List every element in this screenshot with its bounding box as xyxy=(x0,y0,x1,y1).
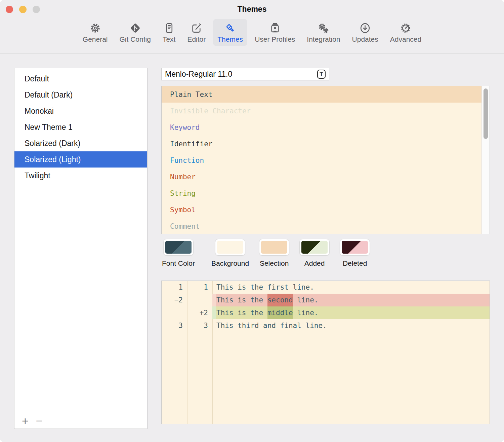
selection-well[interactable] xyxy=(259,239,289,256)
tab-updates[interactable]: Updates xyxy=(348,19,383,46)
deleted-well[interactable] xyxy=(340,239,370,256)
tab-label: General xyxy=(83,35,108,43)
tab-themes[interactable]: Themes xyxy=(213,19,247,46)
deleted-group: Deleted xyxy=(340,239,370,267)
added-well[interactable] xyxy=(299,239,330,256)
diff-row-context: 1 1 This is the first line. xyxy=(162,281,490,294)
theme-item-solarized-dark[interactable]: Solarized (Dark) xyxy=(14,135,147,151)
font-picker-button[interactable]: T xyxy=(317,70,326,79)
new-line-number: 3 xyxy=(187,319,212,332)
tab-label: Editor xyxy=(187,35,206,43)
tab-advanced[interactable]: Advanced xyxy=(386,19,426,46)
deleted-word-highlight: second xyxy=(267,294,293,306)
new-line-number: 1 xyxy=(187,281,212,294)
style-item-invisible-character[interactable]: Invisible Character xyxy=(162,103,490,119)
font-color-well[interactable] xyxy=(163,239,194,256)
style-item-label: Comment xyxy=(170,222,200,230)
preferences-window: Themes General xyxy=(0,0,504,442)
style-item-comment[interactable]: Comment xyxy=(162,218,490,234)
deleted-label: Deleted xyxy=(343,259,367,267)
style-item-label: Plain Text xyxy=(170,90,212,99)
gear-icon xyxy=(89,22,101,34)
style-item-string[interactable]: String xyxy=(162,185,490,201)
style-item-label: String xyxy=(170,189,196,197)
tab-editor[interactable]: Editor xyxy=(183,19,210,46)
theme-item-twilight[interactable]: Twilight xyxy=(14,168,147,184)
theme-item-default-dark[interactable]: Default (Dark) xyxy=(14,87,147,103)
change-strip xyxy=(212,306,216,319)
old-line-number: 3 xyxy=(162,319,187,332)
themes-pane: Default Default (Dark) Monokai New Theme… xyxy=(0,54,504,442)
color-wells-row: Font Color Background Selection Added De… xyxy=(162,239,370,268)
git-icon xyxy=(129,22,141,34)
tab-integration[interactable]: Integration xyxy=(302,19,344,46)
style-item-label: Identifier xyxy=(170,140,212,148)
diff-row-added: +2 This is the middle line. xyxy=(162,306,490,319)
background-swatch xyxy=(217,241,243,254)
new-line-number xyxy=(187,294,212,306)
font-color-label: Font Color xyxy=(162,259,195,267)
deleted-swatch xyxy=(342,241,368,254)
editor-pencil-icon xyxy=(190,22,203,34)
font-color-group: Font Color xyxy=(162,239,195,267)
background-label: Background xyxy=(211,259,249,267)
font-color-swatch xyxy=(165,241,192,254)
selection-group: Selection xyxy=(259,239,289,267)
style-item-symbol[interactable]: Symbol xyxy=(162,201,490,218)
tab-user-profiles[interactable]: User Profiles xyxy=(250,19,299,46)
tab-label: Git Config xyxy=(120,35,151,43)
theme-item-monokai[interactable]: Monokai xyxy=(14,103,147,119)
theme-item-solarized-light[interactable]: Solarized (Light) xyxy=(14,151,147,168)
scrollbar-track[interactable] xyxy=(481,86,490,234)
tab-label: Updates xyxy=(352,35,378,43)
style-item-identifier[interactable]: Identifier xyxy=(162,136,490,152)
diff-line-text: This is the second line. xyxy=(212,294,490,306)
diff-preview-panel: 1 1 This is the first line. −2 This is t… xyxy=(161,281,490,424)
added-group: Added xyxy=(299,239,330,267)
add-theme-button[interactable]: + xyxy=(22,415,29,427)
new-line-number: +2 xyxy=(187,306,212,319)
paint-brush-icon xyxy=(224,22,237,34)
style-item-keyword[interactable]: Keyword xyxy=(162,119,490,136)
diff-body: 1 1 This is the first line. −2 This is t… xyxy=(162,281,490,424)
diff-line-text: This is the middle line. xyxy=(212,306,490,319)
tab-general[interactable]: General xyxy=(78,19,112,46)
style-item-label: Number xyxy=(170,173,196,181)
titlebar: Themes xyxy=(0,0,504,19)
diff-line-text: This is the first line. xyxy=(212,281,490,294)
tab-label: User Profiles xyxy=(255,35,295,43)
selection-swatch xyxy=(261,241,287,254)
theme-item-new-theme-1[interactable]: New Theme 1 xyxy=(14,119,147,135)
background-well[interactable] xyxy=(215,239,245,256)
download-circle-icon xyxy=(359,22,371,34)
added-swatch xyxy=(301,241,328,254)
background-group: Background xyxy=(211,239,249,267)
tab-label: Themes xyxy=(217,35,243,43)
preferences-toolbar: General Git Config Text xyxy=(0,19,504,53)
tab-label: Text xyxy=(163,35,176,43)
font-field[interactable]: Menlo-Regular 11.0 T xyxy=(161,68,329,80)
user-card-icon xyxy=(269,22,281,34)
text-document-icon xyxy=(163,22,175,34)
style-item-label: Keyword xyxy=(170,123,200,132)
theme-list-panel: Default Default (Dark) Monokai New Theme… xyxy=(14,68,148,429)
old-line-number: 1 xyxy=(162,281,187,294)
tab-text[interactable]: Text xyxy=(158,19,180,46)
theme-list: Default Default (Dark) Monokai New Theme… xyxy=(14,68,147,184)
diff-row-deleted: −2 This is the second line. xyxy=(162,294,490,306)
style-item-label: Function xyxy=(170,156,204,164)
scrollbar-thumb[interactable] xyxy=(484,88,488,139)
tab-label: Advanced xyxy=(390,35,421,43)
remove-theme-button[interactable]: − xyxy=(36,415,43,427)
style-item-function[interactable]: Function xyxy=(162,152,490,169)
tab-git-config[interactable]: Git Config xyxy=(115,19,155,46)
added-label: Added xyxy=(304,259,325,267)
style-preview-list: Plain Text Invisible Character Keyword I… xyxy=(161,86,490,234)
tab-label: Integration xyxy=(307,35,340,43)
style-item-label: Symbol xyxy=(170,206,196,214)
style-item-plain-text[interactable]: Plain Text xyxy=(162,86,490,103)
style-item-number[interactable]: Number xyxy=(162,169,490,185)
theme-item-default[interactable]: Default xyxy=(14,71,147,87)
added-word-highlight: middle xyxy=(267,306,293,319)
old-line-number xyxy=(162,306,187,319)
